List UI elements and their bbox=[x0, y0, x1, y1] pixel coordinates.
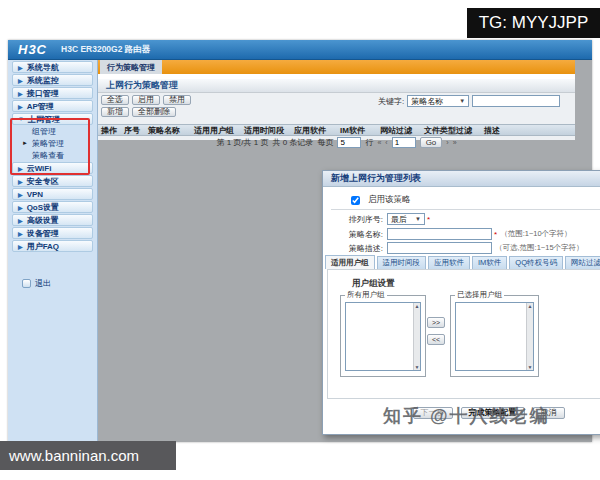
order-label: 排列序号: bbox=[323, 214, 383, 225]
required-mark: * bbox=[494, 230, 497, 239]
sidebar-subitem-label: 策略管理 bbox=[32, 138, 64, 149]
router-admin-window: H3C H3C ER3200G2 路由器 ▶ 系统导航 ▶ 系统监控 ▶ 接口管… bbox=[8, 40, 592, 442]
sidebar-item-security[interactable]: ▶ 安全专区 bbox=[12, 175, 93, 187]
tab-user-group[interactable]: 适用用户组 bbox=[325, 255, 375, 269]
logout-button[interactable]: 退出 bbox=[22, 278, 51, 289]
h3c-logo: H3C bbox=[18, 42, 47, 57]
toolbar-row-1: 全选 启用 禁用 bbox=[101, 95, 191, 105]
last-page-icon[interactable]: » bbox=[453, 139, 457, 146]
sidebar-subitem-label: 策略查看 bbox=[32, 150, 64, 161]
col-im-software: IM软件 bbox=[340, 125, 380, 136]
chosen-user-groups-listbox[interactable]: ▲ ▼ bbox=[455, 302, 534, 371]
keyword-select-value: 策略名称 bbox=[411, 96, 443, 107]
keyword-input[interactable] bbox=[472, 95, 560, 107]
per-page-label: 每页 bbox=[317, 137, 333, 148]
chevron-right-icon: ▶ bbox=[18, 90, 23, 97]
sidebar-item-qos[interactable]: ▶ QoS设置 bbox=[12, 201, 93, 213]
sidebar-item-internet-mgmt[interactable]: ▼ 上网管理 bbox=[12, 113, 93, 125]
app-header: H3C H3C ER3200G2 路由器 bbox=[8, 40, 592, 60]
page-tabbar: 行为策略管理 bbox=[98, 60, 575, 74]
scroll-up-icon[interactable]: ▲ bbox=[415, 303, 420, 309]
enable-button[interactable]: 启用 bbox=[132, 95, 160, 105]
scroll-up-icon[interactable]: ▲ bbox=[528, 303, 533, 309]
sidebar-item-ap[interactable]: ▶ AP管理 bbox=[12, 100, 93, 112]
order-select[interactable]: 最后 ▼ bbox=[387, 213, 425, 225]
logout-label: 退出 bbox=[35, 278, 51, 289]
sidebar-subitem-policy-mgmt[interactable]: ► 策略管理 bbox=[8, 137, 97, 149]
col-user-group: 适用用户组 bbox=[194, 125, 244, 136]
tab-time-range[interactable]: 适用时间段 bbox=[377, 256, 427, 269]
keyword-field-select[interactable]: 策略名称 ▼ bbox=[407, 95, 469, 107]
tab-im-software[interactable]: IM软件 bbox=[472, 256, 507, 269]
sidebar-item-cloud-wifi[interactable]: ▶ 云WiFi bbox=[12, 162, 93, 174]
next-page-icon[interactable]: › bbox=[446, 139, 448, 146]
policy-desc-input[interactable] bbox=[387, 242, 492, 254]
prev-page-icon[interactable]: ‹ bbox=[385, 139, 387, 146]
app-title: H3C ER3200G2 路由器 bbox=[61, 44, 150, 56]
chevron-down-icon: ▼ bbox=[459, 98, 465, 104]
chevron-right-icon: ▶ bbox=[18, 64, 23, 71]
sidebar-item-system-monitor[interactable]: ▶ 系统监控 bbox=[12, 74, 93, 86]
enable-policy-label: 启用该策略 bbox=[368, 194, 411, 206]
sidebar-item-label: 云WiFi bbox=[27, 163, 52, 174]
enable-policy-row: 启用该策略 bbox=[351, 194, 411, 206]
first-page-icon[interactable]: « bbox=[377, 139, 381, 146]
listbox-scrollbar[interactable]: ▲ ▼ bbox=[413, 303, 420, 370]
sidebar-item-advanced[interactable]: ▶ 高级设置 bbox=[12, 214, 93, 226]
sidebar-item-label: 系统监控 bbox=[27, 75, 59, 86]
all-user-groups-fieldset: 所有用户组 ▲ ▼ bbox=[340, 290, 426, 377]
move-left-button[interactable]: << bbox=[427, 334, 445, 345]
page-number-input[interactable] bbox=[392, 137, 416, 148]
tab-qq-numbers[interactable]: QQ特权号码 bbox=[509, 256, 563, 269]
chevron-right-icon: ▶ bbox=[18, 103, 23, 110]
record-count-text: 共 0 条记录 bbox=[272, 137, 313, 148]
site-watermark: www.banninan.com bbox=[0, 441, 176, 470]
chevron-right-icon: ▶ bbox=[18, 165, 23, 172]
tab-site-filter[interactable]: 网站过滤 bbox=[565, 256, 600, 269]
toolbar-row-2: 新增 全部删除 bbox=[101, 107, 176, 117]
policy-name-input[interactable] bbox=[387, 228, 492, 240]
sidebar-item-vpn[interactable]: ▶ VPN bbox=[12, 188, 93, 200]
sidebar-item-label: VPN bbox=[27, 190, 43, 199]
sidebar-item-label: 安全专区 bbox=[27, 176, 59, 187]
policy-list-area: 全选 启用 禁用 新增 全部删除 关键字: 策略名称 ▼ 操作 序号 策略名称 bbox=[98, 93, 575, 140]
policy-table-header: 操作 序号 策略名称 适用用户组 适用时间段 应用软件 IM软件 网站过滤 文件… bbox=[98, 124, 575, 136]
tab-app-software[interactable]: 应用软件 bbox=[428, 256, 470, 269]
scroll-down-icon[interactable]: ▼ bbox=[528, 364, 533, 370]
select-all-button[interactable]: 全选 bbox=[101, 95, 129, 105]
keyword-label: 关键字: bbox=[378, 96, 404, 107]
delete-all-button[interactable]: 全部删除 bbox=[132, 107, 176, 117]
pagination-bar: 第 1 页/共 1 页 共 0 条记录 每页 行 « ‹ Go › » bbox=[98, 136, 575, 149]
col-index: 序号 bbox=[124, 125, 148, 136]
sidebar-item-user-faq[interactable]: ▶ 用户FAQ bbox=[12, 240, 93, 252]
chosen-user-groups-fieldset: 已选择用户组 ▲ ▼ bbox=[450, 290, 539, 377]
move-right-button[interactable]: >> bbox=[427, 317, 445, 328]
go-button[interactable]: Go bbox=[420, 137, 443, 148]
chevron-right-icon: ▶ bbox=[18, 243, 23, 250]
sidebar-item-system-nav[interactable]: ▶ 系统导航 bbox=[12, 61, 93, 73]
tab-behavior-policy[interactable]: 行为策略管理 bbox=[100, 60, 162, 74]
divider bbox=[331, 209, 600, 210]
add-policy-button[interactable]: 新增 bbox=[101, 107, 129, 117]
col-action: 操作 bbox=[98, 125, 124, 136]
sidebar-subitem-policy-view[interactable]: 策略查看 bbox=[8, 149, 97, 161]
per-page-input[interactable] bbox=[337, 137, 361, 148]
add-policy-dialog: 新增上网行为管理列表 × 启用该策略 排列序号: 最后 ▼ * 策略名称: * bbox=[322, 170, 600, 435]
content-area: 行为策略管理 上网行为策略管理 全选 启用 禁用 新增 全部删除 关键字: 策略… bbox=[98, 60, 575, 442]
disable-button[interactable]: 禁用 bbox=[163, 95, 191, 105]
all-user-groups-listbox[interactable]: ▲ ▼ bbox=[345, 302, 421, 371]
chevron-down-icon: ▼ bbox=[18, 116, 24, 122]
rows-label: 行 bbox=[365, 137, 373, 148]
sidebar-item-device-mgmt[interactable]: ▶ 设备管理 bbox=[12, 227, 93, 239]
chevron-right-icon: ▶ bbox=[18, 178, 23, 185]
enable-policy-checkbox[interactable] bbox=[351, 196, 360, 205]
sidebar-item-interface[interactable]: ▶ 接口管理 bbox=[12, 87, 93, 99]
col-app-software: 应用软件 bbox=[294, 125, 340, 136]
chevron-down-icon: ▼ bbox=[415, 216, 421, 222]
listbox-scrollbar[interactable]: ▲ ▼ bbox=[526, 303, 533, 370]
zhihu-watermark: 知乎 @十八线老编 bbox=[383, 404, 550, 428]
dialog-titlebar[interactable]: 新增上网行为管理列表 bbox=[323, 171, 600, 187]
sidebar-subitem-group-mgmt[interactable]: 组管理 bbox=[8, 125, 97, 137]
tg-watermark: TG: MYYJJPP bbox=[467, 8, 600, 38]
scroll-down-icon[interactable]: ▼ bbox=[415, 364, 420, 370]
